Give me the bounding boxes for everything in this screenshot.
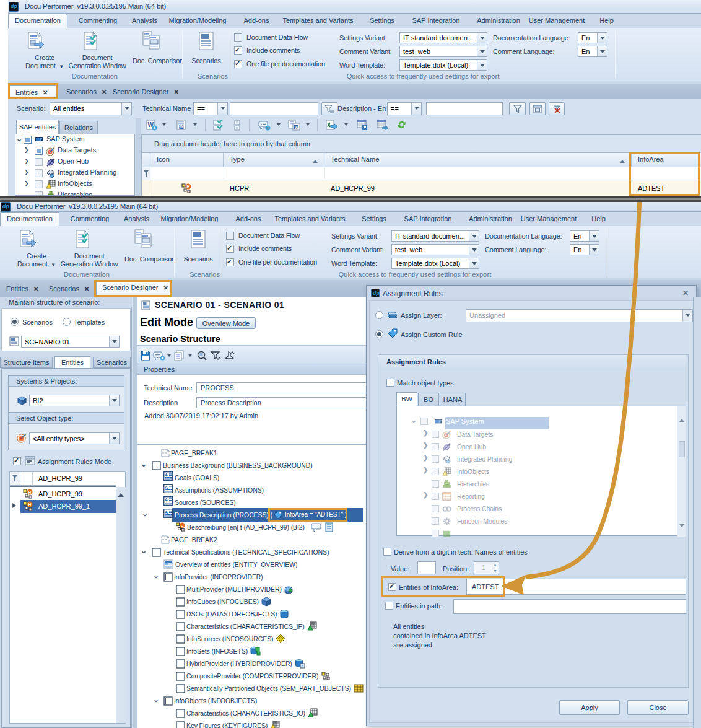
svg-text:W: W: [180, 125, 185, 129]
svg-text:H: H: [187, 185, 190, 189]
svg-text:A: A: [165, 485, 168, 489]
svg-text:H: H: [28, 490, 32, 494]
svg-text:A: A: [165, 473, 168, 477]
svg-text:H: H: [28, 502, 32, 507]
svg-text:H: H: [181, 524, 183, 528]
svg-text:W: W: [295, 126, 298, 129]
svg-text:A: A: [165, 510, 168, 514]
svg-text:A: A: [165, 498, 168, 502]
